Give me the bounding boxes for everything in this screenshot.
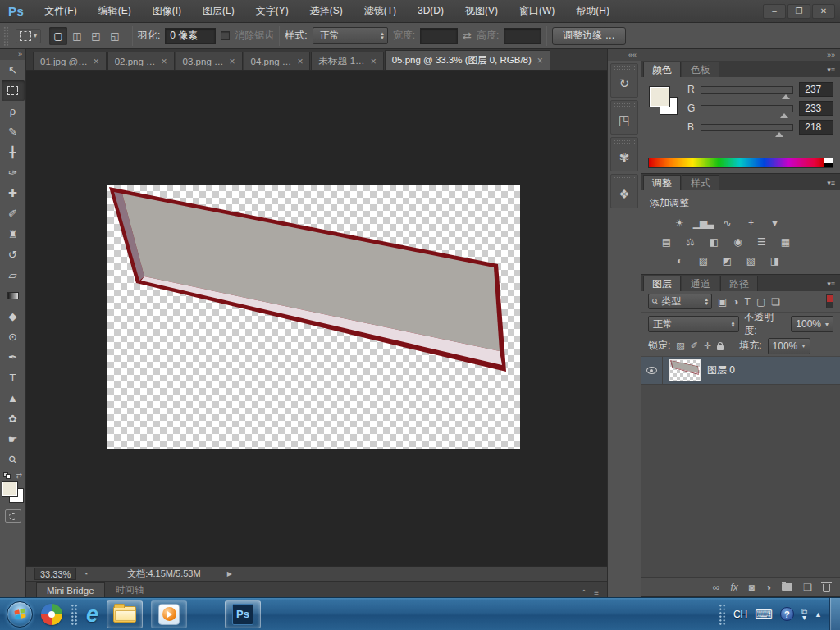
green-slider[interactable]: [701, 105, 793, 112]
close-icon[interactable]: ×: [371, 56, 377, 67]
transparent-canvas[interactable]: [107, 185, 520, 449]
tab-adjustments[interactable]: 调整: [643, 175, 681, 190]
antialias-checkbox[interactable]: [221, 31, 230, 40]
new-layer-icon[interactable]: ❏: [803, 582, 812, 593]
posterize-icon[interactable]: ▨: [695, 253, 711, 267]
lock-all-icon[interactable]: [717, 345, 724, 350]
slider-thumb-icon[interactable]: [780, 113, 788, 118]
document-tab-2[interactable]: 02.png … ×: [107, 52, 175, 70]
clone-source-panel-button[interactable]: ❖: [610, 174, 638, 208]
lock-transparent-pixels-icon[interactable]: ▨: [676, 340, 684, 351]
filter-type-layers-icon[interactable]: T: [745, 296, 751, 308]
show-hidden-icons-button[interactable]: ▲: [815, 610, 822, 619]
swap-colors-icon[interactable]: ⇄: [16, 472, 22, 480]
curves-icon[interactable]: ∿: [719, 216, 735, 230]
pen-tool[interactable]: ✒: [2, 347, 25, 368]
keyboard-icon[interactable]: ⌨: [755, 607, 773, 622]
3d-materials-panel-button[interactable]: ◳: [610, 100, 638, 135]
gradient-map-icon[interactable]: ▧: [742, 253, 759, 267]
layer-visibility-cell[interactable]: [641, 357, 663, 384]
intersect-selection-button[interactable]: ◱: [106, 27, 124, 45]
menu-select[interactable]: 选择(S): [299, 0, 354, 22]
red-slider[interactable]: [701, 86, 793, 94]
panel-menu-icon[interactable]: ≡: [594, 588, 599, 597]
refine-edge-button[interactable]: 调整边缘 …: [552, 27, 625, 45]
hand-tool[interactable]: ☛: [2, 429, 25, 450]
style-dropdown[interactable]: 正常 ▴▾: [313, 27, 388, 44]
blend-mode-dropdown[interactable]: 正常 ▴▾: [648, 316, 739, 332]
tab-channels[interactable]: 通道: [682, 276, 719, 291]
selective-color-icon[interactable]: ◨: [766, 253, 783, 267]
eraser-tool[interactable]: ▱: [2, 265, 25, 285]
subtract-from-selection-button[interactable]: ◰: [87, 27, 105, 45]
slider-thumb-icon[interactable]: [775, 132, 783, 137]
swap-width-height-icon[interactable]: ⇄: [463, 30, 472, 42]
brush-presets-panel-button[interactable]: ✾: [610, 137, 638, 171]
blur-tool[interactable]: ◆: [2, 306, 25, 326]
black-white-icon[interactable]: ◧: [705, 235, 722, 249]
layer-filter-toggle[interactable]: [826, 294, 833, 308]
mini-bridge-tab[interactable]: Mini Bridge: [36, 582, 105, 597]
lasso-tool[interactable]: ρ: [2, 101, 25, 121]
filter-pixel-layers-icon[interactable]: ▣: [718, 296, 727, 308]
panel-menu-icon[interactable]: ▾≡: [827, 179, 840, 190]
brightness-contrast-icon[interactable]: ☀: [671, 216, 687, 230]
quick-selection-tool[interactable]: ✎: [2, 121, 25, 142]
color-lookup-icon[interactable]: ▦: [777, 235, 793, 249]
close-icon[interactable]: ×: [229, 56, 235, 67]
red-value-field[interactable]: 237: [799, 82, 833, 97]
document-tab-1[interactable]: 01.jpg @… ×: [33, 52, 107, 70]
link-layers-icon[interactable]: ∞: [713, 582, 720, 593]
tab-paths[interactable]: 路径: [720, 276, 758, 291]
custom-shape-tool[interactable]: ✿: [2, 409, 25, 429]
opacity-dropdown[interactable]: 100% ▾: [791, 316, 833, 332]
green-value-field[interactable]: 233: [799, 101, 833, 116]
brush-tool[interactable]: ✐: [2, 203, 25, 224]
show-desktop-button[interactable]: [829, 598, 840, 630]
crop-tool[interactable]: ╂: [2, 142, 25, 162]
panel-menu-icon[interactable]: ▾≡: [827, 66, 840, 77]
photo-filter-icon[interactable]: ◉: [729, 235, 746, 249]
close-icon[interactable]: ×: [94, 56, 99, 67]
invert-icon[interactable]: ◐: [671, 253, 687, 267]
menu-layer[interactable]: 图层(L): [192, 0, 245, 22]
foreground-color-swatch[interactable]: [650, 87, 669, 107]
tab-color[interactable]: 颜色: [643, 62, 681, 77]
close-icon[interactable]: ×: [297, 56, 303, 67]
internet-explorer-icon[interactable]: e: [86, 604, 98, 625]
layer-filter-type-dropdown[interactable]: ⚲ 类型 ▴▾: [648, 294, 712, 309]
channel-mixer-icon[interactable]: ☰: [753, 235, 769, 249]
black-white-ramp[interactable]: [824, 158, 833, 168]
expand-panel-icon[interactable]: ⌃: [581, 588, 587, 597]
menu-3d[interactable]: 3D(D): [407, 0, 454, 22]
toolbar-collapse-button[interactable]: »: [0, 49, 25, 60]
width-input[interactable]: [420, 28, 458, 44]
tab-styles[interactable]: 样式: [682, 175, 719, 190]
lock-image-pixels-icon[interactable]: ✐: [691, 340, 698, 351]
dodge-tool[interactable]: ⊙: [2, 326, 25, 347]
close-icon[interactable]: ×: [537, 55, 543, 66]
exposure-icon[interactable]: ±: [742, 216, 759, 230]
close-button[interactable]: ✕: [812, 4, 835, 19]
history-brush-tool[interactable]: ↺: [2, 244, 25, 265]
new-adjustment-layer-icon[interactable]: ◑: [765, 582, 771, 593]
start-button[interactable]: [7, 601, 33, 628]
menu-window[interactable]: 窗口(W): [509, 0, 565, 22]
browser-pinwheel-icon[interactable]: [41, 604, 62, 625]
menu-view[interactable]: 视图(V): [454, 0, 509, 22]
menu-image[interactable]: 图像(I): [142, 0, 192, 22]
menu-type[interactable]: 文字(Y): [245, 0, 299, 22]
add-layer-mask-icon[interactable]: ◙: [749, 582, 755, 593]
slider-thumb-icon[interactable]: [782, 94, 790, 99]
gradient-tool[interactable]: [2, 285, 25, 306]
filter-adjustment-layers-icon[interactable]: ◑: [733, 296, 738, 308]
photoshop-taskbar-button[interactable]: Ps: [225, 600, 261, 628]
windows-explorer-button[interactable]: [107, 600, 143, 628]
path-selection-tool[interactable]: ▲: [2, 388, 25, 409]
close-icon[interactable]: ×: [162, 56, 167, 67]
filter-smart-objects-icon[interactable]: ❏: [771, 296, 780, 308]
menu-edit[interactable]: 编辑(E): [88, 0, 142, 22]
document-tab-5[interactable]: 未标题-1… ×: [311, 52, 383, 70]
hue-saturation-icon[interactable]: ▤: [658, 235, 674, 249]
new-group-icon[interactable]: [782, 583, 792, 591]
